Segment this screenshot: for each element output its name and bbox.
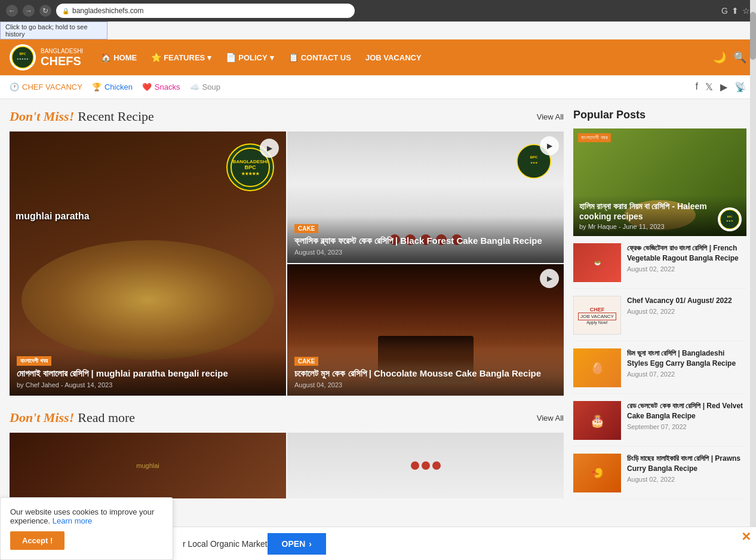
- contact-icon: 📋: [288, 53, 299, 62]
- nav-home[interactable]: 🏠 HOME: [95, 49, 143, 66]
- read-more-card-2[interactable]: [287, 433, 564, 498]
- sub-nav-snacks[interactable]: ❤️ Snacks: [142, 82, 180, 91]
- read-more-header: Don't Miss! Read more View All: [10, 410, 564, 426]
- content-area: Don't Miss! Recent Recipe View All mughl…: [10, 109, 564, 506]
- sub-nav-chef-vacancy[interactable]: 🕐 CHEF VACANCY: [10, 82, 82, 91]
- chocmousse-date: August 04, 2023: [294, 381, 557, 388]
- address-bar[interactable]: 🔒 bangladeshichefs.com: [56, 4, 355, 18]
- policy-dropdown-icon: ▾: [270, 53, 274, 62]
- redvelvet-thumb: 🎂: [573, 401, 621, 440]
- youtube-icon[interactable]: ▶: [720, 81, 727, 93]
- blackforest-badge: CAKE: [294, 224, 318, 233]
- google-icon[interactable]: G: [721, 6, 728, 16]
- blackforest-date: August 04, 2023: [294, 249, 557, 256]
- heart-icon: ❤️: [142, 82, 152, 91]
- cookie-text: Our website uses cookies to improve your…: [10, 507, 163, 516]
- search-button[interactable]: 🔍: [733, 51, 746, 64]
- blackforest-overlay: CAKE ক্লাসিক ব্ল্যাক ফরেস্ট কেক রেসিপি |…: [287, 216, 564, 263]
- back-button[interactable]: ←: [6, 5, 18, 17]
- popular-post-prawn[interactable]: 🍤 চিংড়ি মাছের মালাইকারি বাংলা রেসিপি | …: [573, 454, 746, 499]
- popular-post-egg[interactable]: 🥚 ডিম ভুনা বাংলা রেসিপি | Bangladeshi St…: [573, 348, 746, 394]
- sub-nav-social: f 𝕏 ▶ 📡: [696, 81, 746, 93]
- dark-mode-toggle[interactable]: 🌙: [713, 51, 726, 64]
- browser-chrome: ← → ↻ 🔒 bangladeshichefs.com G ⬆ ☆: [0, 0, 756, 22]
- blackforest-card-title: ক্লাসিক ব্ল্যাক ফরেস্ট কেক রেসিপি | Blac…: [294, 235, 557, 246]
- tooltip-bar: Click to go back; hold to see history: [0, 22, 107, 39]
- read-more-card-1[interactable]: mughlai: [10, 433, 286, 498]
- scroll-thumb[interactable]: [750, 12, 756, 60]
- prawn-info: চিংড়ি মাছের মালাইকারি বাংলা রেসিপি | Pr…: [627, 454, 746, 483]
- read-more-title: Don't Miss! Read more: [10, 410, 135, 426]
- svg-text:★★★★★: ★★★★★: [241, 172, 260, 176]
- url-text: bangladeshichefs.com: [72, 7, 143, 15]
- popular-post-chef[interactable]: CHEF JOB VACANCY Apply Now! Chef Vacancy…: [573, 296, 746, 341]
- trophy-icon: 🏆: [92, 82, 102, 91]
- egg-info: ডিম ভুনা বাংলা রেসিপি | Bangladeshi Styl…: [627, 348, 746, 378]
- nav-policy[interactable]: 📄 POLICY ▾: [220, 49, 279, 66]
- twitter-icon[interactable]: 𝕏: [705, 81, 713, 93]
- reload-button[interactable]: ↻: [39, 5, 51, 17]
- svg-text:★★★: ★★★: [726, 219, 733, 222]
- play-button-chocmousse[interactable]: ▶: [540, 269, 559, 288]
- bookmark-icon[interactable]: ☆: [742, 6, 750, 16]
- facebook-icon[interactable]: f: [696, 81, 698, 93]
- redvelvet-info: রেড ভেলভেট কেক বাংলা রেসিপি | Red Velvet…: [627, 401, 746, 430]
- chef-thumb: CHEF JOB VACANCY Apply Now!: [573, 296, 621, 335]
- play-button-mughlai[interactable]: ▶: [260, 139, 279, 158]
- prawn-thumb: 🍤: [573, 454, 621, 492]
- popular-post-veggie[interactable]: 🥗 ফ্রেঞ্চ ভেজিটেবল রাও বাংলা রেসিপি | Fr…: [573, 243, 746, 289]
- cookie-banner: Our website uses cookies to improve your…: [0, 497, 173, 516]
- svg-text:BPC: BPC: [530, 155, 538, 159]
- nav-contact[interactable]: 📋 CONTACT US: [282, 49, 357, 66]
- haleem-title: হালিম রান্না করার নিয়ম বা রেসিপি - Hale…: [579, 201, 740, 221]
- recent-recipe-title: Don't Miss! Recent Recipe: [10, 109, 154, 124]
- main-wrapper: Don't Miss! Recent Recipe View All mughl…: [0, 99, 756, 516]
- scrollbar[interactable]: [750, 0, 756, 516]
- veggie-thumb: 🥗: [573, 243, 621, 282]
- mughlai-overlay: বাংলাদেশী খবর মোগলাই বালালোর রেসিপি | mu…: [10, 348, 286, 396]
- chocmousse-badge: CAKE: [294, 357, 318, 366]
- play-button-blackforest[interactable]: ▶: [540, 136, 559, 155]
- lock-icon: 🔒: [62, 8, 69, 14]
- svg-text:★★★★★: ★★★★★: [17, 57, 29, 60]
- haleem-author: by Mr Haque - June 11, 2023: [579, 223, 740, 230]
- popular-post-redvelvet[interactable]: 🎂 রেড ভেলভেট কেক বাংলা রেসিপি | Red Velv…: [573, 401, 746, 446]
- logo-text: BANGLADESHI CHEFS: [41, 48, 83, 68]
- svg-text:BPC: BPC: [727, 215, 733, 218]
- sub-nav-soup[interactable]: ☁️ Soup: [190, 82, 220, 91]
- recipe-grid: mughlai paratha BANGLADESHI BPC ★★★★★: [10, 131, 564, 396]
- popular-posts-title: Popular Posts: [573, 109, 746, 121]
- nav-job[interactable]: JOB VACANCY: [359, 50, 428, 66]
- recipe-card-blackforest[interactable]: BPC ★★★ ▶ CAKE ক্লাসিক ব্ল্যাক ফরেস্ট কে…: [287, 131, 564, 263]
- recent-recipe-view-all[interactable]: View All: [537, 112, 564, 121]
- read-more-grid: mughlai: [10, 433, 564, 498]
- svg-text:★★★: ★★★: [530, 161, 538, 164]
- recent-recipe-header: Don't Miss! Recent Recipe View All: [10, 109, 564, 124]
- mughlai-badge: বাংলাদেশী খবর: [17, 356, 51, 366]
- rss-icon[interactable]: 📡: [735, 81, 746, 93]
- cloud-icon: ☁️: [190, 82, 199, 91]
- read-more-view-all[interactable]: View All: [537, 414, 564, 423]
- policy-icon: 📄: [226, 53, 236, 62]
- svg-point-10: [720, 210, 739, 229]
- recipe-card-chocmousse[interactable]: ▶ CAKE চকোলেট মুস কেক রেসিপি | Chocolate…: [287, 264, 564, 396]
- main-nav: BPC ★★★★★ BANGLADESHI CHEFS 🏠 HOME ⭐ FEA…: [0, 39, 756, 75]
- nav-right: 🌙 🔍: [713, 51, 746, 64]
- share-icon[interactable]: ⬆: [732, 6, 739, 16]
- tooltip-text: Click to go back; hold to see history: [5, 23, 88, 38]
- chef-info: Chef Vacancy 01/ August/ 2022 August 02,…: [627, 296, 746, 315]
- popular-hero-post[interactable]: বাংলাদেশী খবর হালিম রান্না করার নিয়ম বা…: [573, 128, 746, 236]
- sub-nav-chicken[interactable]: 🏆 Chicken: [92, 82, 133, 91]
- chocmousse-card-title: চকোলেট মুস কেক রেসিপি | Chocolate Mousse…: [294, 368, 557, 379]
- veggie-info: ফ্রেঞ্চ ভেজিটেবল রাও বাংলা রেসিপি | Fren…: [627, 243, 746, 273]
- nav-features[interactable]: ⭐ FEATURES ▾: [145, 49, 217, 66]
- nav-links: 🏠 HOME ⭐ FEATURES ▾ 📄 POLICY ▾ 📋 CONTACT…: [95, 49, 713, 66]
- recipe-card-mughlai[interactable]: mughlai paratha BANGLADESHI BPC ★★★★★: [10, 131, 286, 396]
- home-icon: 🏠: [101, 53, 111, 62]
- egg-thumb: 🥚: [573, 348, 621, 387]
- forward-button[interactable]: →: [23, 5, 35, 17]
- chef-logo-sidebar: BPC ★★★: [718, 207, 742, 231]
- logo-area[interactable]: BPC ★★★★★ BANGLADESHI CHEFS: [10, 44, 83, 71]
- sidebar: Popular Posts বাংলাদেশী খবর হালিম রান্না…: [573, 109, 746, 506]
- haleem-badge: বাংলাদেশী খবর: [578, 133, 611, 142]
